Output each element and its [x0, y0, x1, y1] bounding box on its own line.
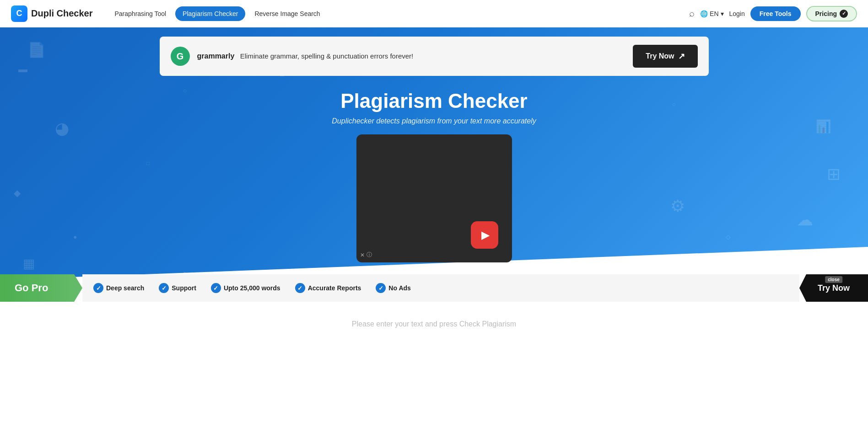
navbar: C Dupli Checker Paraphrasing Tool Plagia…	[0, 0, 868, 27]
bg-icon-dot1: ◆	[14, 187, 21, 198]
check-icon-no-ads: ✓	[376, 283, 386, 293]
bg-icon-dot2: ●	[73, 233, 77, 240]
logo-text: Dupli Checker	[31, 8, 92, 19]
nav-plagiarism[interactable]: Plagiarism Checker	[175, 6, 245, 21]
nav-paraphrasing[interactable]: Paraphrasing Tool	[107, 6, 173, 21]
hero-section: 📄 ▬ ◕ ◆ ● ▦ ○ □ 🖱 ✕ 📊 ⊞ ☁ ■ ○ ⚙ ◇ ● G gr…	[0, 27, 868, 302]
text-area-placeholder: Please enter your text and press Check P…	[0, 320, 868, 328]
feature-reports: ✓ Accurate Reports	[295, 283, 361, 293]
play-arrow-icon: ▶	[481, 229, 490, 241]
free-tools-button[interactable]: Free Tools	[750, 6, 801, 21]
grammarly-banner: G grammarly Eliminate grammar, spelling …	[160, 37, 709, 76]
nav-actions: ⌕ 🌐 EN ▾ Login Free Tools Pricing ✓	[689, 6, 857, 21]
grammarly-description: Eliminate grammar, spelling & punctuatio…	[240, 52, 414, 60]
pro-try-now-button[interactable]: close Try Now	[799, 274, 868, 302]
check-icon-reports: ✓	[295, 283, 305, 293]
logo[interactable]: C Dupli Checker	[11, 5, 92, 22]
grammarly-text: grammarly Eliminate grammar, spelling & …	[197, 52, 626, 60]
ad-close-icon[interactable]: ✕	[360, 252, 365, 258]
pro-features: ✓ Deep search ✓ Support ✓ Upto 25,000 wo…	[82, 274, 799, 302]
check-icon-deep-search: ✓	[93, 283, 103, 293]
bg-icon-doc: 📄	[27, 41, 46, 59]
text-area-section: Please enter your text and press Check P…	[0, 302, 868, 328]
page-subtitle: Duplichecker detects plagiarism from you…	[0, 117, 868, 125]
nav-reverse-image[interactable]: Reverse Image Search	[247, 6, 327, 21]
language-selector[interactable]: 🌐 EN ▾	[700, 10, 723, 17]
pro-badge: Go Pro	[0, 274, 82, 302]
bg-icon-rect: ▬	[18, 64, 27, 75]
grammarly-try-now-button[interactable]: Try Now ↗	[633, 45, 697, 68]
arrow-icon: ↗	[678, 51, 685, 61]
pricing-label: Pricing	[815, 10, 837, 17]
check-icon-words: ✓	[211, 283, 221, 293]
logo-icon: C	[11, 5, 27, 22]
video-play-button[interactable]: ▶	[471, 221, 498, 249]
bg-icon-bar: ▦	[23, 256, 35, 271]
ad-info-icon[interactable]: ⓘ	[367, 251, 372, 259]
bg-icon-sq: □	[146, 160, 150, 166]
grammarly-brand: grammarly	[197, 52, 235, 60]
nav-links: Paraphrasing Tool Plagiarism Checker Rev…	[107, 6, 689, 21]
login-link[interactable]: Login	[729, 10, 745, 17]
feature-words: ✓ Upto 25,000 words	[211, 283, 280, 293]
feature-deep-search: ✓ Deep search	[93, 283, 144, 293]
grammarly-logo: G	[171, 47, 190, 66]
check-icon-support: ✓	[159, 283, 169, 293]
page-title: Plagiarism Checker	[0, 90, 868, 112]
video-ad-badge: ✕ ⓘ	[360, 251, 372, 259]
bg-icon-gear: ⚙	[670, 197, 685, 216]
search-icon[interactable]: ⌕	[689, 8, 695, 19]
feature-no-ads: ✓ No Ads	[376, 283, 410, 293]
feature-support: ✓ Support	[159, 283, 196, 293]
bg-icon-cloud: ☁	[797, 210, 813, 230]
pricing-button[interactable]: Pricing ✓	[806, 6, 857, 21]
hero-title-area: Plagiarism Checker Duplichecker detects …	[0, 76, 868, 125]
bg-icon-diamond: ◇	[726, 233, 731, 240]
pricing-check-icon: ✓	[840, 10, 848, 18]
video-container[interactable]: ▶ ✕ ⓘ	[356, 134, 512, 262]
bg-icon-code: ⊞	[827, 165, 841, 184]
pro-bar: Go Pro ✓ Deep search ✓ Support ✓ Upto 25…	[0, 274, 868, 302]
close-label[interactable]: close	[825, 276, 842, 283]
